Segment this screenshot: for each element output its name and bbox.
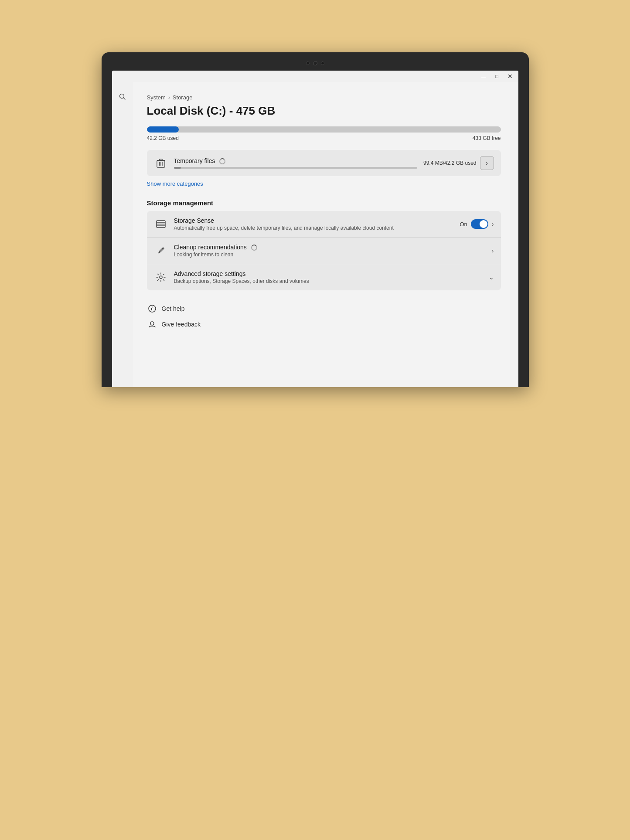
content-area: System › Storage Local Disk (C:) - 475 G…	[112, 82, 518, 387]
close-button[interactable]: ✕	[507, 73, 513, 79]
advanced-settings-icon	[154, 270, 168, 284]
title-bar: — □ ✕	[112, 71, 518, 82]
cleanup-icon	[154, 244, 168, 258]
storage-management-card: Storage Sense Automatically free up spac…	[147, 211, 501, 290]
cleanup-row[interactable]: Cleanup recommendations Looking for item…	[147, 238, 501, 264]
sidebar	[112, 82, 133, 387]
storage-sense-text: Storage Sense Automatically free up spac…	[174, 217, 454, 231]
storage-sense-desc: Automatically free up space, delete temp…	[174, 225, 454, 231]
temporary-files-card: Temporary files 99.4 MB/42.2 GB used ›	[147, 150, 501, 176]
temp-files-spinner	[219, 158, 225, 164]
advanced-settings-title: Advanced storage settings	[174, 270, 483, 277]
breadcrumb-arrow: ›	[168, 95, 170, 101]
storage-bar-fill	[147, 126, 179, 133]
storage-bar-track	[147, 126, 501, 133]
breadcrumb-parent: System	[147, 94, 166, 101]
cleanup-text: Cleanup recommendations Looking for item…	[174, 244, 486, 258]
get-help-icon	[147, 303, 157, 314]
advanced-settings-row[interactable]: Advanced storage settings Backup options…	[147, 264, 501, 290]
storage-management-heading: Storage management	[147, 199, 501, 207]
svg-point-15	[160, 276, 162, 279]
give-feedback-item[interactable]: Give feedback	[147, 319, 501, 330]
temp-files-bar	[174, 167, 418, 169]
maximize-button[interactable]: □	[494, 73, 500, 79]
temp-files-usage: 99.4 MB/42.2 GB used	[423, 160, 476, 166]
show-more-link[interactable]: Show more categories	[147, 180, 203, 187]
cleanup-spinner	[251, 245, 257, 251]
svg-rect-18	[151, 308, 152, 310]
storage-sense-toggle-label: On	[460, 221, 467, 228]
storage-sense-row[interactable]: Storage Sense Automatically free up spac…	[147, 211, 501, 238]
cleanup-desc: Looking for items to clean	[174, 252, 486, 258]
cleanup-right: ›	[492, 247, 494, 254]
svg-line-14	[162, 248, 163, 249]
storage-used-label: 42.2 GB used	[147, 135, 179, 141]
get-help-label: Get help	[162, 305, 185, 312]
cleanup-chevron[interactable]: ›	[492, 247, 494, 254]
temporary-files-text: Temporary files	[174, 157, 418, 169]
storage-sense-icon	[154, 217, 168, 231]
search-icon[interactable]	[116, 91, 129, 103]
storage-labels: 42.2 GB used 433 GB free	[147, 135, 501, 141]
storage-sense-toggle[interactable]	[471, 219, 488, 229]
advanced-settings-text: Advanced storage settings Backup options…	[174, 270, 483, 284]
camera-indicator-right	[321, 61, 324, 65]
camera-bar	[112, 61, 518, 71]
minimize-button[interactable]: —	[481, 73, 487, 79]
get-help-item[interactable]: Get help	[147, 303, 501, 314]
svg-point-19	[150, 322, 154, 325]
svg-line-1	[123, 98, 125, 100]
storage-bar-container	[147, 126, 501, 133]
advanced-settings-chevron[interactable]: ⌄	[489, 274, 494, 281]
main-content: System › Storage Local Disk (C:) - 475 G…	[133, 82, 518, 387]
breadcrumb-current: Storage	[173, 94, 193, 101]
breadcrumb: System › Storage	[147, 94, 501, 101]
cleanup-title: Cleanup recommendations	[174, 244, 486, 251]
camera-main	[313, 61, 317, 65]
laptop-frame: — □ ✕ System › Storage	[102, 52, 529, 387]
advanced-settings-right: ⌄	[489, 274, 494, 281]
temp-files-bar-fill	[174, 167, 181, 169]
svg-point-17	[152, 307, 153, 308]
storage-sense-right: On ›	[460, 219, 494, 229]
storage-sense-title: Storage Sense	[174, 217, 454, 224]
advanced-settings-desc: Backup options, Storage Spaces, other di…	[174, 278, 483, 284]
camera-indicator-left	[306, 61, 310, 65]
temporary-files-row[interactable]: Temporary files 99.4 MB/42.2 GB used ›	[147, 150, 501, 176]
storage-sense-chevron[interactable]: ›	[492, 221, 494, 228]
temporary-files-chevron[interactable]: ›	[480, 156, 494, 170]
give-feedback-icon	[147, 319, 157, 330]
storage-free-label: 433 GB free	[473, 135, 501, 141]
page-title: Local Disk (C:) - 475 GB	[147, 104, 501, 118]
give-feedback-label: Give feedback	[162, 321, 201, 328]
temporary-files-right: 99.4 MB/42.2 GB used ›	[423, 156, 494, 170]
temporary-files-title: Temporary files	[174, 157, 418, 164]
screen: — □ ✕ System › Storage	[112, 71, 518, 387]
trash-icon	[154, 156, 168, 170]
footer-links: Get help Give feedback	[147, 303, 501, 330]
